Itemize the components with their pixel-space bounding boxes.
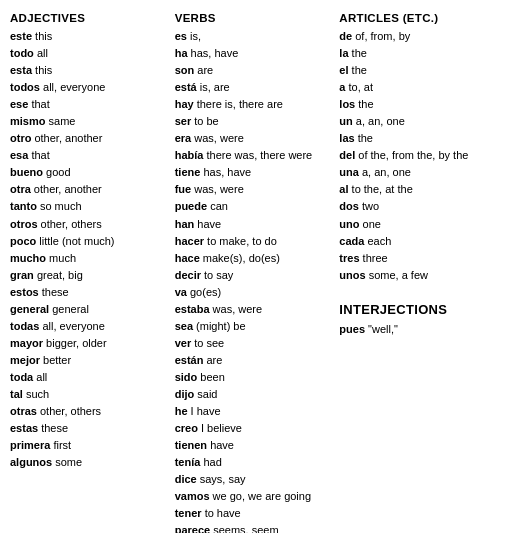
list-item: a to, at [339,79,496,96]
list-item: creo I believe [175,420,332,437]
list-item: parece seems, seem [175,522,332,533]
list-item: otra other, another [10,181,167,198]
list-item: mayor bigger, older [10,335,167,352]
list-item: ver to see [175,335,332,352]
list-item: una a, an, one [339,164,496,181]
list-item: mismo same [10,113,167,130]
list-item: al to the, at the [339,181,496,198]
list-item: esa that [10,147,167,164]
list-item: bueno good [10,164,167,181]
verbs-header: VERBS [175,12,332,24]
list-item: las the [339,130,496,147]
verbs-entries: es is,ha has, haveson areestá is, arehay… [175,28,332,533]
list-item: tal such [10,386,167,403]
list-item: la the [339,45,496,62]
list-item: mejor better [10,352,167,369]
list-item: he I have [175,403,332,420]
list-item: vamos we go, we are going [175,488,332,505]
list-item: todo all [10,45,167,62]
list-item: toda all [10,369,167,386]
list-item: tienen have [175,437,332,454]
list-item: hay there is, there are [175,96,332,113]
list-item: ese that [10,96,167,113]
list-item: tener to have [175,505,332,522]
list-item: dos two [339,198,496,215]
list-item: de of, from, by [339,28,496,45]
list-item: puede can [175,198,332,215]
list-item: otras other, others [10,403,167,420]
list-item: fue was, were [175,181,332,198]
list-item: hace make(s), do(es) [175,250,332,267]
list-item: dice says, say [175,471,332,488]
list-item: gran great, big [10,267,167,284]
list-item: estos these [10,284,167,301]
list-item: un a, an, one [339,113,496,130]
list-item: estaba was, were [175,301,332,318]
list-item: decir to say [175,267,332,284]
list-item: dijo said [175,386,332,403]
list-item: uno one [339,216,496,233]
list-item: todas all, everyone [10,318,167,335]
interjections-entries: pues "well," [339,321,496,338]
list-item: este this [10,28,167,45]
list-item: están are [175,352,332,369]
list-item: algunos some [10,454,167,471]
list-item: esta this [10,62,167,79]
list-item: general general [10,301,167,318]
adjectives-column: ADJECTIVES este thistodo allesta thistod… [10,12,175,471]
list-item: unos some, a few [339,267,496,284]
list-item: mucho much [10,250,167,267]
list-item: sea (might) be [175,318,332,335]
list-item: tanto so much [10,198,167,215]
list-item: está is, are [175,79,332,96]
list-item: era was, were [175,130,332,147]
main-content: ADJECTIVES este thistodo allesta thistod… [10,12,504,533]
list-item: tres three [339,250,496,267]
list-item: otros other, others [10,216,167,233]
list-item: poco little (not much) [10,233,167,250]
list-item: ser to be [175,113,332,130]
list-item: había there was, there were [175,147,332,164]
list-item: hacer to make, to do [175,233,332,250]
articles-header: ARTICLES (etc.) [339,12,496,24]
articles-column: ARTICLES (etc.) de of, from, byla theel … [339,12,504,338]
list-item: tiene has, have [175,164,332,181]
list-item: los the [339,96,496,113]
list-item: cada each [339,233,496,250]
list-item: es is, [175,28,332,45]
list-item: estas these [10,420,167,437]
list-item: han have [175,216,332,233]
list-item: primera first [10,437,167,454]
list-item: ha has, have [175,45,332,62]
adjectives-header: ADJECTIVES [10,12,167,24]
interjections-header: INTERJECTIONS [339,302,496,317]
interjections-section: INTERJECTIONS pues "well," [339,302,496,338]
articles-entries: de of, from, byla theel thea to, atlos t… [339,28,496,284]
list-item: del of the, from the, by the [339,147,496,164]
list-item: sido been [175,369,332,386]
list-item: otro other, another [10,130,167,147]
list-item: tenía had [175,454,332,471]
list-item: el the [339,62,496,79]
list-item: pues "well," [339,321,496,338]
list-item: va go(es) [175,284,332,301]
list-item: son are [175,62,332,79]
list-item: todos all, everyone [10,79,167,96]
adjectives-entries: este thistodo allesta thistodos all, eve… [10,28,167,471]
verbs-column: VERBS es is,ha has, haveson areestá is, … [175,12,340,533]
